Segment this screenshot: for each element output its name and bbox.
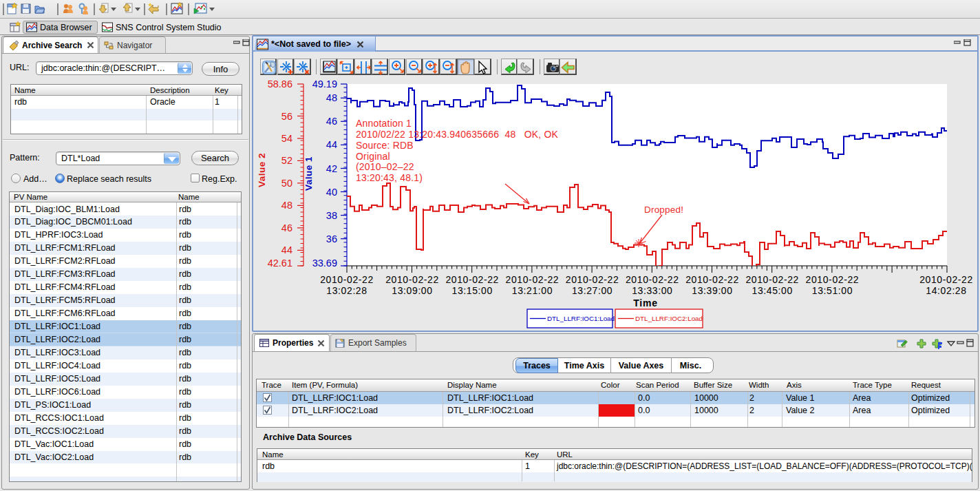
svg-text:13:45:00: 13:45:00 bbox=[752, 285, 793, 296]
svg-text:13:09:00: 13:09:00 bbox=[392, 285, 432, 296]
svg-text:2010-02-22: 2010-02-22 bbox=[385, 274, 439, 285]
svg-text:2010-02-22: 2010-02-22 bbox=[445, 274, 499, 285]
svg-text:13:02:28: 13:02:28 bbox=[326, 285, 367, 296]
svg-text:50: 50 bbox=[281, 178, 292, 189]
svg-text:2010-02-22: 2010-02-22 bbox=[506, 274, 560, 285]
svg-text:48: 48 bbox=[326, 92, 337, 103]
svg-text:DTL_LLRF:IOC1:Load: DTL_LLRF:IOC1:Load bbox=[547, 315, 615, 322]
svg-text:42.61: 42.61 bbox=[268, 258, 292, 269]
svg-text:2010-02-22: 2010-02-22 bbox=[685, 274, 739, 285]
svg-text:Dropped!: Dropped! bbox=[644, 205, 683, 215]
svg-text:(2010–02–22: (2010–02–22 bbox=[356, 161, 414, 172]
svg-text:42: 42 bbox=[326, 163, 337, 174]
svg-text:13:27:00: 13:27:00 bbox=[572, 285, 612, 296]
svg-text:Time: Time bbox=[633, 297, 658, 309]
svg-text:Source: RDB: Source: RDB bbox=[356, 140, 414, 151]
svg-text:33.69: 33.69 bbox=[312, 258, 337, 269]
svg-text:56: 56 bbox=[281, 111, 292, 122]
svg-text:46: 46 bbox=[281, 222, 292, 233]
svg-text:2010-02-22: 2010-02-22 bbox=[566, 274, 619, 285]
svg-text:38: 38 bbox=[326, 210, 337, 221]
svg-text:13:15:00: 13:15:00 bbox=[452, 285, 493, 296]
svg-text:40: 40 bbox=[326, 187, 337, 198]
svg-text:2010-02-22: 2010-02-22 bbox=[919, 274, 973, 285]
svg-text:Annotation 1: Annotation 1 bbox=[356, 118, 412, 129]
svg-text:13:39:00: 13:39:00 bbox=[692, 285, 732, 296]
svg-text:54: 54 bbox=[281, 133, 292, 144]
svg-text:58.86: 58.86 bbox=[268, 79, 292, 90]
svg-text:13:21:00: 13:21:00 bbox=[512, 285, 553, 296]
svg-text:44: 44 bbox=[281, 244, 292, 255]
svg-text:49.19: 49.19 bbox=[312, 79, 337, 90]
svg-text:2010/02/22 13:20:43.940635666: 2010/02/22 13:20:43.940635666 48 OK, OK bbox=[356, 129, 559, 140]
svg-text:48: 48 bbox=[281, 200, 292, 211]
svg-text:Value 1: Value 1 bbox=[303, 156, 314, 191]
svg-text:2010-02-22: 2010-02-22 bbox=[745, 274, 799, 285]
svg-text:44: 44 bbox=[326, 139, 337, 150]
svg-text:36: 36 bbox=[326, 233, 337, 244]
svg-text:13:51:00: 13:51:00 bbox=[812, 285, 853, 296]
svg-text:2010-02-22: 2010-02-22 bbox=[806, 274, 860, 285]
svg-text:Original: Original bbox=[356, 151, 390, 162]
svg-text:46: 46 bbox=[326, 116, 337, 127]
svg-text:52: 52 bbox=[281, 155, 292, 166]
svg-text:Value 2: Value 2 bbox=[257, 153, 267, 187]
svg-text:2010-02-22: 2010-02-22 bbox=[320, 274, 374, 285]
svg-text:14:02:28: 14:02:28 bbox=[926, 285, 966, 296]
svg-text:13:33:00: 13:33:00 bbox=[632, 285, 672, 296]
svg-text:13:20:43, 48.1): 13:20:43, 48.1) bbox=[356, 172, 423, 183]
svg-text:DTL_LLRF:IOC2:Load: DTL_LLRF:IOC2:Load bbox=[635, 315, 703, 322]
svg-text:2010-02-22: 2010-02-22 bbox=[626, 274, 679, 285]
